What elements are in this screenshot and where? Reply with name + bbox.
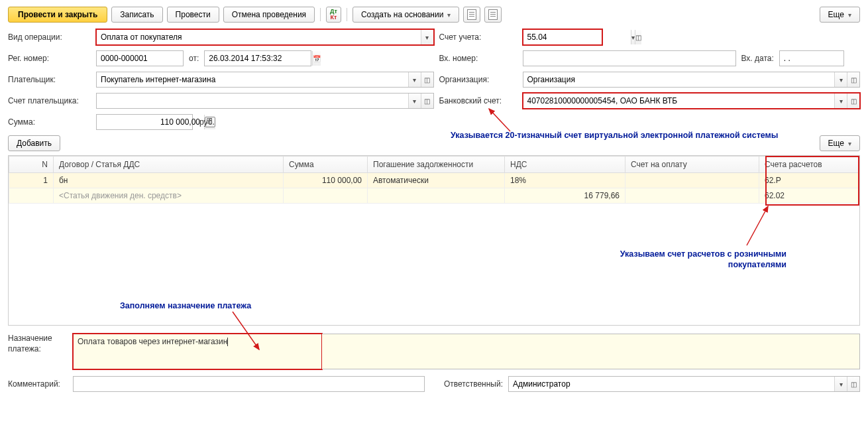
calculator-icon[interactable] xyxy=(204,115,215,129)
bank-acc-field[interactable]: ▾ ◫ xyxy=(523,93,861,109)
open-icon[interactable]: ◫ xyxy=(847,72,859,87)
cell-n: 1 xyxy=(9,173,54,188)
main-toolbar: Провести и закрыть Записать Провести Отм… xyxy=(8,7,860,23)
annotation-purpose: Заполняем назначение платежа xyxy=(120,300,251,311)
table-more-button[interactable]: Еще xyxy=(820,135,860,151)
comment-field[interactable] xyxy=(73,376,425,392)
reg-date-field[interactable]: 📅 xyxy=(204,50,311,66)
responsible-input[interactable] xyxy=(509,377,834,391)
cell-dds[interactable]: <Статья движения ден. средств> xyxy=(54,188,284,204)
in-num-input[interactable] xyxy=(523,51,735,66)
bottom-section: Назначение платежа: Оплата товаров через… xyxy=(8,334,860,392)
payer-acc-label: Счет плательщика: xyxy=(8,96,91,105)
dropdown-icon[interactable]: ▾ xyxy=(408,94,421,108)
add-row-button[interactable]: Добавить xyxy=(8,135,60,151)
sum-input[interactable] xyxy=(97,115,204,129)
from-label: от: xyxy=(189,54,199,63)
account-field[interactable]: ▾ ◫ xyxy=(523,29,602,45)
form-fields: Вид операции: ▾ Счет учета: ▾ ◫ Рег. ном… xyxy=(8,29,860,130)
col-contract[interactable]: Договор / Статья ДДС xyxy=(54,157,284,173)
cell-repay[interactable]: Автоматически xyxy=(368,173,505,188)
in-date-field[interactable]: 📅 xyxy=(779,50,844,66)
reg-num-label: Рег. номер: xyxy=(8,54,91,63)
op-type-input[interactable] xyxy=(97,30,421,44)
purpose-text[interactable]: Оплата товаров через интернет-магазин xyxy=(78,337,227,346)
cell-contract[interactable]: бн xyxy=(54,173,284,188)
org-field[interactable]: ▾ ◫ xyxy=(523,72,861,88)
payer-acc-input[interactable] xyxy=(97,94,408,108)
in-num-label: Вх. номер: xyxy=(439,54,517,63)
comment-label: Комментарий: xyxy=(8,379,68,389)
account-input[interactable] xyxy=(523,30,631,44)
payer-label: Плательщик: xyxy=(8,75,91,84)
op-type-field[interactable]: ▾ xyxy=(96,29,434,45)
open-icon[interactable]: ◫ xyxy=(847,94,859,108)
post-and-close-button[interactable]: Провести и закрыть xyxy=(8,7,107,23)
in-date-input[interactable] xyxy=(780,51,868,66)
svg-line-1 xyxy=(747,206,768,245)
cancel-post-button[interactable]: Отмена проведения xyxy=(223,7,315,23)
dropdown-icon[interactable]: ▾ xyxy=(834,72,847,87)
open-icon[interactable]: ◫ xyxy=(847,377,859,391)
col-sum[interactable]: Сумма xyxy=(284,157,368,173)
op-type-label: Вид операции: xyxy=(8,32,91,42)
report-button-2[interactable] xyxy=(484,7,502,23)
arrow-icon xyxy=(740,202,773,249)
payer-acc-field[interactable]: ▾ ◫ xyxy=(96,93,434,109)
col-accounts[interactable]: Счета расчетов xyxy=(759,157,859,173)
open-icon[interactable]: ◫ xyxy=(421,94,433,108)
table-row[interactable]: 1 бн 110 000,00 Автоматически 18% 62.Р xyxy=(9,173,859,188)
bank-acc-input[interactable] xyxy=(523,94,835,108)
reg-num-field[interactable] xyxy=(96,50,184,66)
payments-table: N Договор / Статья ДДС Сумма Погашение з… xyxy=(8,155,860,326)
table-row[interactable]: <Статья движения ден. средств> 16 779,66… xyxy=(9,188,859,204)
org-label: Организация: xyxy=(439,75,517,84)
col-invoice[interactable]: Счет на оплату xyxy=(625,157,759,173)
cell-invoice[interactable] xyxy=(625,173,759,188)
purpose-field-highlighted[interactable]: Оплата товаров через интернет-магазин xyxy=(73,334,322,369)
text-cursor xyxy=(227,338,228,346)
cell-sum[interactable]: 110 000,00 xyxy=(284,173,368,188)
reg-num-input[interactable] xyxy=(97,51,204,66)
dt-kt-button[interactable]: ДтКт xyxy=(326,7,341,23)
document-icon xyxy=(467,9,476,20)
annotation-bank: Указывается 20-тизначный счет виртуально… xyxy=(451,130,778,141)
payer-field[interactable]: ▾ ◫ xyxy=(96,72,434,88)
bank-acc-label: Банковский счет: xyxy=(439,96,517,105)
post-button[interactable]: Провести xyxy=(167,7,219,23)
cell-acc[interactable]: 62.Р xyxy=(759,173,859,188)
in-num-field[interactable] xyxy=(523,50,736,66)
dropdown-icon[interactable]: ▾ xyxy=(834,94,847,108)
col-vat[interactable]: НДС xyxy=(505,157,625,173)
account-label: Счет учета: xyxy=(439,32,517,42)
document-icon xyxy=(488,9,498,20)
calendar-icon[interactable]: 📅 xyxy=(312,51,321,66)
more-button[interactable]: Еще xyxy=(820,7,860,23)
org-input[interactable] xyxy=(523,72,835,87)
create-based-on-button[interactable]: Создать на основании xyxy=(353,7,460,23)
responsible-label: Ответственный: xyxy=(430,379,503,389)
comment-input[interactable] xyxy=(74,377,424,391)
reg-date-input[interactable] xyxy=(205,51,312,66)
responsible-field[interactable]: ▾ ◫ xyxy=(508,376,860,392)
col-repay[interactable]: Погашение задолженности xyxy=(368,157,505,173)
sum-label: Сумма: xyxy=(8,117,91,127)
save-button[interactable]: Записать xyxy=(111,7,162,23)
dropdown-icon[interactable]: ▾ xyxy=(421,30,433,44)
cell-vat[interactable]: 18% xyxy=(505,173,625,188)
report-button-1[interactable] xyxy=(463,7,480,23)
separator xyxy=(347,8,347,21)
col-n[interactable]: N xyxy=(9,157,54,173)
table-toolbar: Добавить Указывается 20-тизначный счет в… xyxy=(8,135,860,151)
purpose-label: Назначение платежа: xyxy=(8,334,68,354)
sum-field[interactable] xyxy=(96,114,193,130)
purpose-field-rest[interactable] xyxy=(322,334,860,369)
dropdown-icon[interactable]: ▾ xyxy=(834,377,847,391)
open-icon[interactable]: ◫ xyxy=(635,30,641,44)
dropdown-icon[interactable]: ▾ xyxy=(408,72,421,87)
open-icon[interactable]: ◫ xyxy=(421,72,433,87)
payer-input[interactable] xyxy=(97,72,408,87)
cell-acc2[interactable]: 62.02 xyxy=(759,188,859,204)
annotation-accounts: Указываем счет расчетов с розничными пок… xyxy=(568,249,787,271)
in-date-label: Вх. дата: xyxy=(741,54,774,63)
